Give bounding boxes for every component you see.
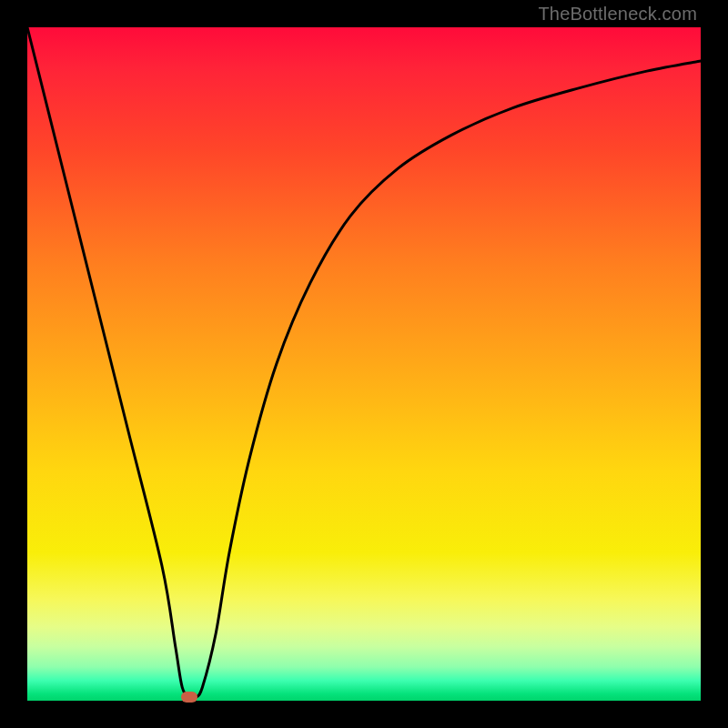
chart-curve-svg [27,27,701,701]
watermark-text: TheBottleneck.com [538,4,697,25]
optimal-point-marker [181,692,197,703]
chart-frame [27,27,701,701]
bottleneck-curve-path [27,27,701,699]
